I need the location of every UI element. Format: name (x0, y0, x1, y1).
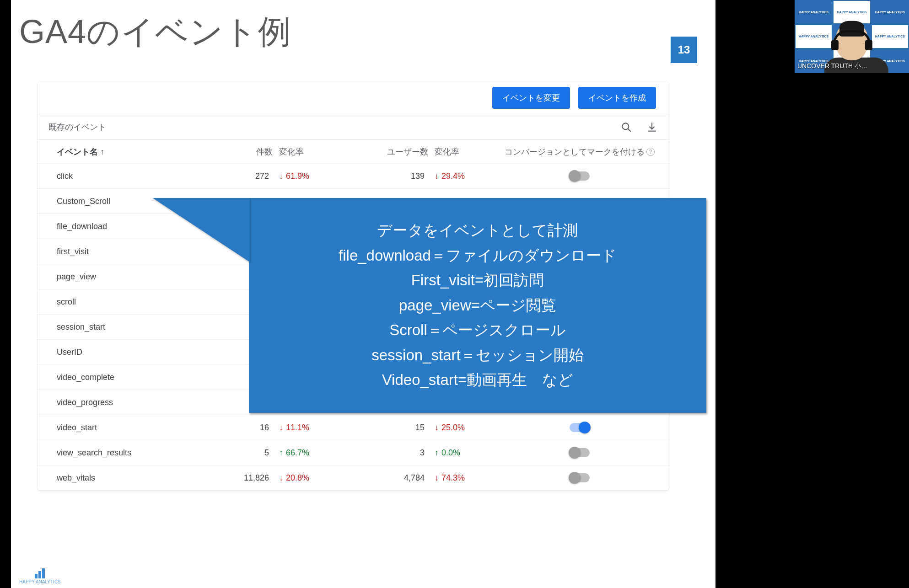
table-header: イベント名 ↑ 件数 変化率 ユーザー数 変化率 コンバージョンとしてマークを付… (38, 140, 669, 164)
conversion-toggle[interactable] (570, 423, 590, 432)
slide: GA4のイベント例 13 イベントを変更 イベントを作成 既存のイベント (11, 0, 715, 588)
event-name-cell: video_complete (48, 373, 213, 382)
table-row[interactable]: click272↓61.9%139↓29.4% (38, 164, 669, 189)
count-cell: 11,826 (213, 473, 273, 483)
arrow-down-icon: ↓ (435, 474, 439, 482)
conversion-cell (501, 171, 658, 181)
search-icon[interactable] (620, 121, 632, 133)
download-icon[interactable] (646, 121, 658, 133)
conversion-toggle[interactable] (570, 171, 590, 181)
callout-text: データをイベントとして計測 file_download＝ファイルのダウンロード … (339, 218, 617, 392)
bar-chart-icon (19, 568, 61, 578)
users-cell: 139 (350, 171, 428, 181)
create-event-button[interactable]: イベントを作成 (578, 87, 656, 109)
change-cell: ↓20.8% (273, 473, 350, 483)
arrow-down-icon: ↓ (279, 423, 283, 432)
header-conversion: コンバージョンとしてマークを付ける ? (501, 146, 658, 157)
change-cell: ↓61.9% (273, 171, 350, 181)
event-name-cell: click (48, 171, 213, 181)
table-row[interactable]: web_vitals11,826↓20.8%4,784↓74.3% (38, 465, 669, 491)
users-cell: 15 (350, 423, 428, 433)
conversion-cell (501, 423, 658, 432)
panel-actions: イベントを変更 イベントを作成 (38, 81, 669, 114)
arrow-down-icon: ↓ (279, 172, 283, 180)
table-row[interactable]: video_start16↓11.1%15↓25.0% (38, 415, 669, 440)
slide-title: GA4のイベント例 (19, 10, 291, 54)
callout-bubble: データをイベントとして計測 file_download＝ファイルのダウンロード … (249, 198, 706, 413)
table-row[interactable]: view_search_results5↑66.7%3↑0.0% (38, 440, 669, 465)
users-change-cell: ↓25.0% (428, 423, 501, 433)
change-cell: ↓11.1% (273, 423, 350, 433)
event-name-cell: video_progress (48, 398, 213, 407)
users-cell: 3 (350, 448, 428, 458)
count-cell: 16 (213, 423, 273, 433)
conversion-cell (501, 448, 658, 457)
toolbar-label: 既存のイベント (48, 122, 106, 133)
arrow-up-icon: ↑ (279, 449, 283, 457)
users-change-cell: ↓29.4% (428, 171, 501, 181)
svg-line-1 (628, 128, 630, 131)
users-cell: 4,784 (350, 473, 428, 483)
count-cell: 5 (213, 448, 273, 458)
webcam-overlay: HAPPY ANALYTICSHAPPY ANALYTICSHAPPY ANAL… (795, 0, 909, 73)
conversion-cell (501, 473, 658, 482)
arrow-down-icon: ↓ (435, 172, 439, 180)
footer-brand: HAPPY ANALYTICS (19, 579, 61, 584)
event-name-cell: scroll (48, 297, 213, 307)
footer-logo: HAPPY ANALYTICS (19, 568, 61, 584)
change-cell: ↑66.7% (273, 448, 350, 458)
header-users-change: 変化率 (428, 146, 501, 157)
modify-event-button[interactable]: イベントを変更 (492, 87, 570, 109)
arrow-up-icon: ↑ (435, 449, 439, 457)
conversion-toggle[interactable] (570, 448, 590, 457)
arrow-down-icon: ↓ (435, 423, 439, 432)
event-name-cell: view_search_results (48, 448, 213, 458)
page-number-badge: 13 (671, 37, 697, 63)
event-name-cell: web_vitals (48, 473, 213, 483)
header-users: ユーザー数 (350, 146, 428, 157)
users-change-cell: ↑0.0% (428, 448, 501, 458)
users-change-cell: ↓74.3% (428, 473, 501, 483)
header-change: 変化率 (273, 146, 350, 157)
event-name-cell: video_start (48, 423, 213, 433)
count-cell: 272 (213, 171, 273, 181)
webcam-label: UNCOVER TRUTH 小… (797, 62, 867, 70)
event-name-cell: UserID (48, 347, 213, 357)
header-event-name[interactable]: イベント名 ↑ (48, 146, 213, 157)
panel-toolbar: 既存のイベント (38, 114, 669, 140)
event-name-cell: session_start (48, 322, 213, 332)
help-icon[interactable]: ? (646, 148, 655, 156)
event-name-cell: page_view (48, 272, 213, 282)
svg-point-0 (622, 123, 629, 129)
conversion-toggle[interactable] (570, 473, 590, 482)
header-count: 件数 (213, 146, 273, 157)
arrow-down-icon: ↓ (279, 474, 283, 482)
